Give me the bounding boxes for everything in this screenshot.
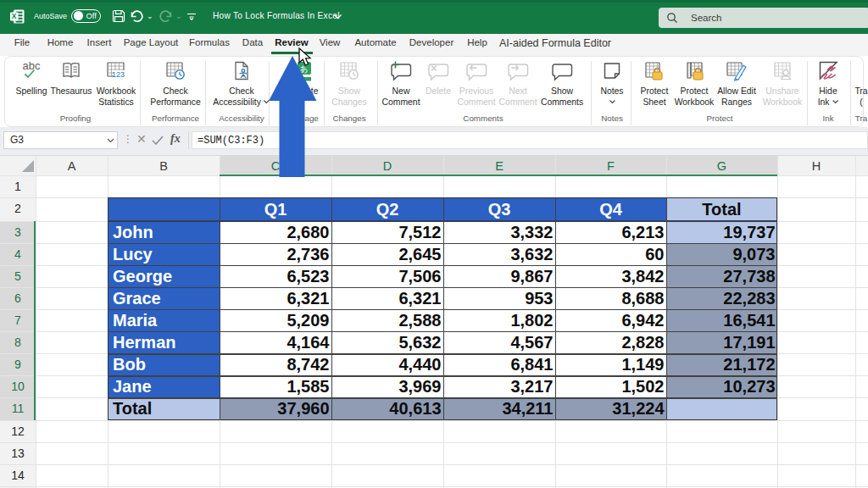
svg-text:123: 123 [112, 70, 125, 79]
svg-text:X: X [12, 12, 17, 20]
svg-text:abc: abc [23, 60, 41, 72]
